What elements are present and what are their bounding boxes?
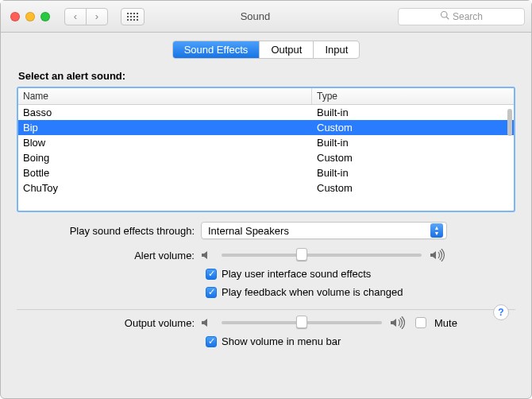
back-button[interactable]: ‹ (64, 8, 87, 25)
minimize-icon[interactable] (25, 12, 35, 21)
scrollbar-thumb[interactable] (507, 109, 512, 136)
divider (17, 309, 515, 310)
select-alert-label: Select an alert sound: (18, 70, 514, 82)
play-feedback-row: ✓ Play feedback when volume is changed (17, 286, 515, 298)
play-ui-sounds-label: Play user interface sound effects (222, 268, 371, 280)
tabs-row: Sound Effects Output Input (1, 33, 531, 64)
cell-type: Built-in (312, 166, 514, 180)
cell-type: Custom (312, 121, 514, 134)
slider-knob[interactable] (296, 248, 307, 261)
close-icon[interactable] (10, 12, 20, 21)
svg-point-0 (441, 12, 447, 18)
mute-checkbox[interactable] (415, 317, 426, 328)
sound-preferences-window: ‹ › Sound Search Sound Effects Output I (0, 0, 532, 399)
forward-button[interactable]: › (86, 8, 108, 25)
cell-type: Custom (312, 151, 514, 165)
help-button[interactable]: ? (493, 304, 509, 320)
table-row[interactable]: BlowBuilt-in (18, 135, 514, 150)
nav-buttons: ‹ › (64, 8, 108, 25)
show-volume-menu-label: Show volume in menu bar (222, 335, 341, 347)
table-header: Name Type (18, 88, 514, 105)
chevron-left-icon: ‹ (74, 10, 77, 22)
cell-name: Blow (18, 136, 312, 149)
show-volume-menu-checkbox[interactable]: ✓ (206, 336, 217, 347)
cell-name: Bip (18, 121, 312, 134)
output-volume-label: Output volume: (17, 317, 201, 329)
table-row[interactable]: BottleBuilt-in (18, 165, 514, 180)
mute-label: Mute (434, 317, 457, 329)
play-through-select[interactable]: Internal Speakers ▲▼ (201, 222, 447, 239)
alert-volume-slider[interactable] (222, 254, 422, 257)
cell-name: ChuToy (18, 181, 312, 195)
window-title: Sound (119, 10, 391, 22)
play-through-row: Play sound effects through: Internal Spe… (17, 222, 515, 239)
column-name[interactable]: Name (18, 88, 312, 104)
tab-sound-effects[interactable]: Sound Effects (173, 41, 260, 58)
speaker-high-icon (430, 249, 447, 261)
table-row[interactable]: BoingCustom (18, 150, 514, 165)
tab-input[interactable]: Input (314, 41, 359, 58)
speaker-high-icon (390, 316, 407, 329)
sound-effects-panel: Select an alert sound: Name Type BassoBu… (17, 67, 515, 398)
table-row[interactable]: BipCustom (18, 120, 514, 135)
table-row[interactable]: BassoBuilt-in (18, 105, 514, 120)
play-feedback-checkbox[interactable]: ✓ (206, 287, 217, 298)
search-input[interactable]: Search (398, 8, 525, 25)
svg-line-1 (446, 17, 449, 19)
alert-volume-label: Alert volume: (17, 250, 201, 261)
cell-type: Custom (312, 181, 514, 195)
play-ui-sounds-row: ✓ Play user interface sound effects (17, 268, 515, 280)
slider-knob[interactable] (296, 316, 307, 328)
chevron-up-down-icon: ▲▼ (430, 223, 443, 238)
speaker-low-icon (201, 317, 214, 328)
output-volume-slider[interactable] (222, 321, 382, 324)
alert-volume-row: Alert volume: (17, 249, 515, 261)
search-icon (440, 10, 449, 22)
cell-name: Bottle (18, 166, 312, 180)
play-through-value: Internal Speakers (208, 225, 289, 237)
cell-type: Built-in (312, 136, 514, 149)
speaker-low-icon (201, 250, 214, 261)
cell-name: Basso (18, 106, 312, 119)
column-type[interactable]: Type (312, 88, 514, 104)
cell-type: Built-in (312, 106, 514, 119)
alert-sounds-table[interactable]: Name Type BassoBuilt-inBipCustomBlowBuil… (17, 87, 515, 212)
tab-output[interactable]: Output (260, 41, 314, 58)
search-placeholder: Search (453, 11, 483, 22)
show-volume-menu-row: ✓ Show volume in menu bar (17, 335, 515, 347)
tabs: Sound Effects Output Input (172, 41, 360, 59)
play-ui-sounds-checkbox[interactable]: ✓ (206, 269, 217, 280)
play-feedback-label: Play feedback when volume is changed (222, 286, 403, 298)
window-controls (10, 12, 50, 21)
zoom-icon[interactable] (40, 12, 50, 21)
play-through-label: Play sound effects through: (17, 225, 201, 237)
titlebar: ‹ › Sound Search (1, 1, 531, 33)
chevron-right-icon: › (95, 10, 98, 22)
table-row[interactable]: ChuToyCustom (18, 180, 514, 196)
cell-name: Boing (18, 151, 312, 165)
output-volume-row: Output volume: Mute (17, 316, 515, 329)
